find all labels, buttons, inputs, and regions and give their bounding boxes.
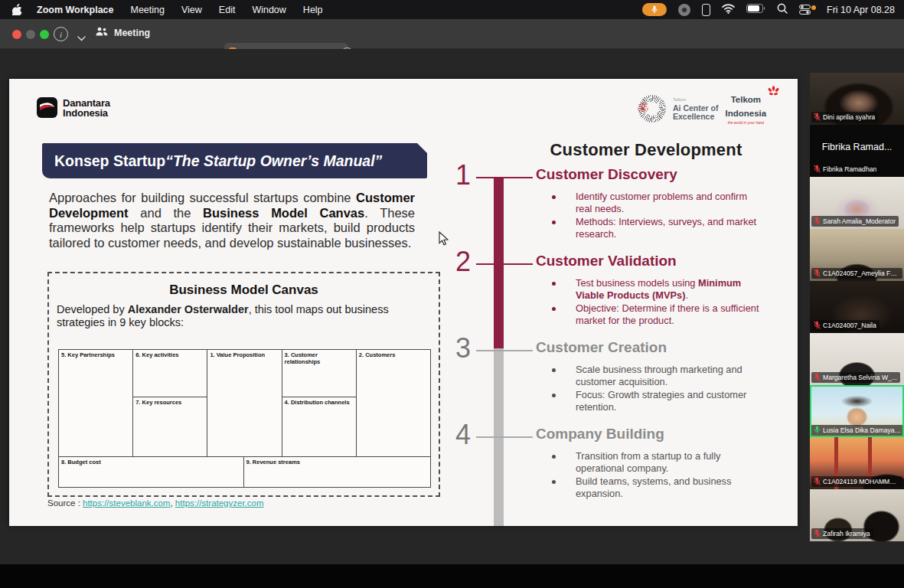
telkom-hand-icon — [767, 86, 780, 102]
bmc-cell-revenue-streams: 9. Revenue streams — [244, 457, 430, 487]
muted-mic-icon — [814, 165, 821, 173]
participant-name: Margaretha Selvina W_... — [823, 374, 897, 381]
participant-tile[interactable]: Lusia Elsa Dika Damayanty — [810, 385, 904, 437]
step-number-1: 1 — [450, 159, 476, 191]
step-heading-customer-discovery: Customer Discovery — [536, 166, 677, 183]
menu-window[interactable]: Window — [252, 5, 286, 15]
apple-menu-icon[interactable] — [12, 4, 23, 16]
step-bullets-customer-discovery: Identify customer problems and confirm r… — [547, 191, 766, 241]
participant-tile[interactable]: C1A024119 MOHAMMA... — [810, 437, 904, 489]
notification-dot — [811, 5, 816, 10]
partner-logos: Telkom Ai Center of Excellence TelkomInd… — [638, 92, 777, 125]
participant-display-name: Fibrika Ramad... — [810, 142, 904, 152]
bmc-table: 5. Key Partnerships 6. Key activities 7.… — [58, 349, 431, 488]
participant-name-label: C1A024057_Ameylia Fa... — [811, 268, 902, 279]
muted-mic-icon — [814, 529, 821, 537]
source-link-strategyzer[interactable]: https://strategyzer.com — [175, 498, 264, 508]
bmc-cell-customer-relationships: 3. Customer relationships — [282, 350, 356, 397]
timeline-tick-1 — [476, 177, 533, 178]
participant-tile[interactable]: Fibrika Ramad...Fibrika Ramadhan — [810, 125, 904, 177]
meeting-content-area: DanantaraIndonesia Telkom Ai Center of E… — [0, 49, 904, 564]
menu-meeting[interactable]: Meeting — [130, 5, 164, 15]
participant-name: Dini aprilia syahra — [823, 113, 875, 121]
muted-mic-icon — [814, 113, 821, 121]
participant-name: Lusia Elsa Dika Damayanty — [823, 426, 902, 434]
bmc-cell-value-proposition: 1. Value Proposition — [207, 350, 281, 360]
wifi-icon[interactable] — [722, 4, 735, 16]
status-circle-icon[interactable]: ◉ — [678, 4, 690, 16]
participant-tile[interactable]: Sarah Amalia_Moderator — [810, 177, 904, 229]
menu-edit[interactable]: Edit — [219, 5, 236, 15]
close-window-button[interactable] — [12, 30, 21, 39]
participant-tile[interactable]: Margaretha Selvina W_... — [810, 333, 904, 385]
participant-name-label: C1A024007_Naila — [811, 320, 880, 331]
ai-center-logo-icon — [638, 95, 666, 122]
participant-tile[interactable]: Zafirah Ikramiya — [810, 489, 904, 541]
participant-tile[interactable]: C1A024007_Naila — [810, 281, 904, 333]
menu-bar-clock[interactable]: Fri 10 Apr 08.28 — [827, 5, 895, 15]
participant-name-label: Sarah Amalia_Moderator — [811, 216, 899, 227]
step-heading-customer-creation: Customer Creation — [536, 339, 667, 356]
participant-name: Sarah Amalia_Moderator — [823, 217, 896, 225]
speaking-mic-icon — [814, 426, 821, 434]
source-line: Source : https://steveblank.com, https:/… — [47, 498, 264, 508]
step-number-3: 3 — [450, 332, 476, 364]
battery-icon[interactable] — [746, 4, 765, 15]
participant-tile[interactable]: Dini aprilia syahra — [810, 73, 904, 125]
participant-name-label: Dini aprilia syahra — [811, 112, 878, 122]
meeting-info-button[interactable]: i — [54, 27, 68, 41]
step-bullets-customer-creation: Scale business through marketing and cus… — [547, 364, 766, 414]
minimize-window-button[interactable] — [26, 30, 35, 39]
bmc-cell-distribution-channels: 4. Distribution channels — [282, 397, 356, 456]
menu-view[interactable]: View — [181, 5, 202, 15]
window-title: Meeting — [114, 28, 150, 38]
participant-name-label: Fibrika Ramadhan — [811, 164, 880, 175]
step-number-4: 4 — [450, 419, 476, 451]
bmc-cell-customers: 2. Customers — [357, 350, 430, 360]
bullet-dot — [552, 368, 556, 372]
telkom-tagline: the world in your hand — [726, 121, 767, 125]
step-heading-company-building: Company Building — [536, 426, 664, 443]
step-bullets-company-building: Transition from a startup to a fully ope… — [547, 450, 766, 501]
macos-menu-bar: Zoom Workplace Meeting View Edit Window … — [0, 0, 904, 19]
device-icon[interactable] — [702, 4, 710, 16]
zoom-window-titlebar: i Meeting Da Dini aprilia syahra's scree… — [0, 19, 904, 49]
fullscreen-window-button[interactable] — [40, 30, 49, 39]
source-link-steveblank[interactable]: https://steveblank.com — [83, 498, 170, 508]
muted-mic-icon — [814, 477, 821, 485]
participant-name: Fibrika Ramadhan — [823, 165, 876, 173]
timeline-bar — [494, 177, 504, 526]
active-microphone-indicator[interactable] — [642, 3, 667, 16]
bullet-dot — [552, 282, 556, 286]
bmc-cell-key-activities: 6. Key activities — [133, 350, 207, 397]
menu-app-name[interactable]: Zoom Workplace — [37, 5, 113, 15]
slide-title-banner: Konsep Startup “The Startup Owner’s Manu… — [42, 143, 427, 178]
spotlight-search-icon[interactable] — [777, 3, 788, 16]
participant-name: C1A024007_Naila — [823, 322, 876, 329]
participants-icon — [95, 27, 109, 39]
control-center-icon[interactable] — [799, 5, 811, 15]
bmc-cell-budget-cost: 8. Budget cost — [59, 457, 244, 487]
bmc-cell-key-partnerships: 5. Key Partnerships — [59, 350, 132, 360]
step-heading-customer-validation: Customer Validation — [536, 253, 677, 270]
bmc-title: Business Model Canvas — [49, 283, 439, 298]
bmc-description: Developed by Alexander Osterwalder, this… — [57, 303, 429, 329]
participant-name-label: Zafirah Ikramiya — [811, 528, 873, 539]
participant-name: C1A024057_Ameylia Fa... — [823, 270, 899, 277]
timeline-tick-2 — [476, 263, 533, 265]
customer-development-title: Customer Development — [520, 140, 772, 160]
chevron-down-icon[interactable] — [77, 31, 86, 44]
participant-name-label: Lusia Elsa Dika Damayanty — [811, 425, 904, 436]
muted-mic-icon — [814, 373, 821, 381]
bmc-cell-key-resources: 7. Key resources — [133, 397, 207, 456]
bullet-dot — [552, 307, 556, 311]
shared-slide: DanantaraIndonesia Telkom Ai Center of E… — [9, 79, 798, 526]
muted-mic-icon — [814, 217, 821, 225]
participant-tile[interactable]: C1A024057_Ameylia Fa... — [810, 229, 904, 281]
bullet-dot — [552, 480, 556, 484]
telkom-indonesia-logo: TelkomIndonesia the world in your hand — [726, 92, 778, 125]
bullet-dot — [552, 220, 556, 224]
menu-help[interactable]: Help — [303, 5, 323, 15]
timeline-tick-3 — [476, 350, 533, 351]
participant-name: C1A024119 MOHAMMA... — [823, 478, 899, 485]
